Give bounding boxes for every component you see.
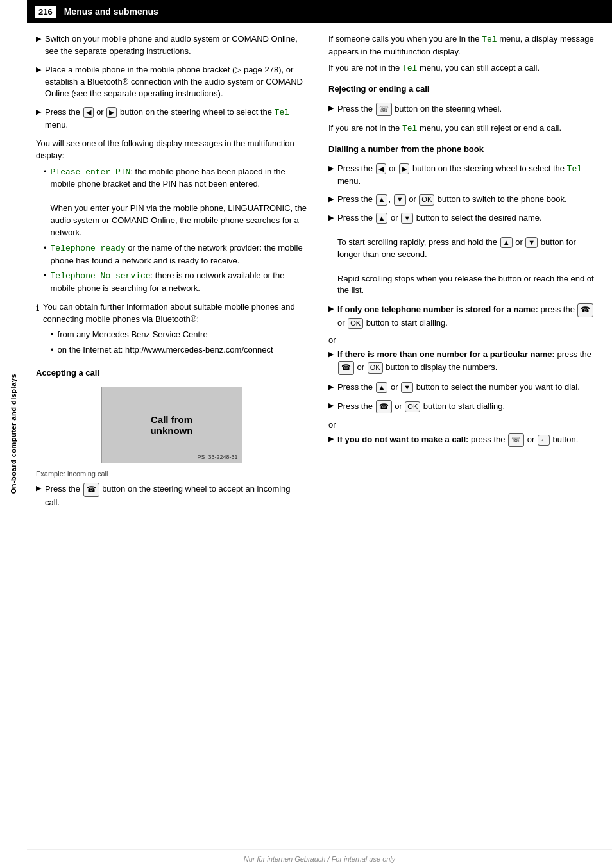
bullet-one-number: ▶ If only one telephone number is stored… [328, 303, 600, 329]
arrow-dial-1: ▶ [328, 163, 334, 188]
btn-ok-4[interactable]: OK [405, 401, 420, 412]
tel-code: Tel [275, 108, 289, 117]
page-container: On-board computer and displays 216 Menus… [0, 0, 612, 868]
call-caption: Example: incoming call [36, 470, 307, 478]
code-tel-right-1: Tel [482, 35, 497, 44]
btn-ok-3[interactable]: OK [368, 362, 383, 373]
sidebar: On-board computer and displays [0, 0, 27, 868]
display-msg-intro: You will see one of the following displa… [36, 138, 307, 162]
one-number-bold: If only one telephone number is stored f… [337, 305, 538, 314]
right-column: If someone calls you when you are in the… [319, 23, 612, 849]
left-arrow-btn[interactable]: ◀ [83, 107, 94, 118]
arrow-icon-3: ▶ [36, 107, 41, 131]
arrow-icon-1: ▶ [36, 34, 41, 58]
arrow-icon-2: ▶ [36, 65, 41, 101]
bullet-multi-text: If there is more than one number for a p… [337, 349, 600, 374]
code-tel-ready: Telephone ready [51, 244, 126, 253]
code-enter-pin: Please enter PIN [51, 167, 131, 177]
bullet-text-3: Press the ◀ or ▶ button on the steering … [45, 106, 307, 131]
arrow-multi: ▶ [328, 349, 334, 374]
header-title: Menus and submenus [64, 6, 158, 17]
footer-watermark: Nur für internen Gebrauch / For internal… [27, 849, 612, 868]
btn-down-3[interactable]: ▼ [401, 382, 413, 393]
no-call-bold: If you do not want to make a call: [337, 435, 468, 444]
right-intro-1: If someone calls you when you are in the… [328, 33, 600, 58]
call-from-text: Call from unknown [151, 414, 193, 436]
bullet-one-number-text: If only one telephone number is stored f… [337, 303, 600, 329]
bullet-text-2: Place a mobile phone in the mobile phone… [45, 64, 307, 101]
code-tel-no-service: Telephone No service [51, 271, 151, 281]
sub-no-service-text: Telephone No service: there is no networ… [51, 270, 307, 295]
bullet-multi-number: ▶ If there is more than one number for a… [328, 349, 600, 374]
arrow-select-number: ▶ [328, 382, 334, 394]
btn-ok-1[interactable]: OK [419, 194, 434, 205]
content-columns: ▶ Switch on your mobile phone and audio … [27, 23, 612, 849]
btn-down-1[interactable]: ▼ [394, 194, 406, 205]
sub-no-service: • Telephone No service: there is no netw… [44, 270, 307, 295]
bullet-phonebook: ▶ Press the ▲, ▼ or OK button to switch … [328, 194, 600, 206]
sub-dot-2: • [44, 242, 47, 267]
bullet-place-phone: ▶ Place a mobile phone in the mobile pho… [36, 64, 307, 101]
bullet-select-name: ▶ Press the ▲ or ▼ button to select the … [328, 212, 600, 297]
info-sub-1: • from any Mercedes Benz Service Centre [51, 329, 307, 341]
sub-ready: • Telephone ready or the name of the net… [44, 242, 307, 267]
btn-ok-2[interactable]: OK [348, 318, 363, 329]
bullet-text-1: Switch on your mobile phone and audio sy… [45, 33, 307, 58]
phone-accept-btn[interactable]: ☎ [83, 483, 99, 496]
sub-pin-text: Please enter PIN: the mobile phone has b… [51, 166, 307, 239]
phone-dial-btn-2[interactable]: ☎ [338, 361, 354, 374]
btn-dial-left[interactable]: ◀ [376, 163, 386, 174]
bullet-no-call: ▶ If you do not want to make a call: pre… [328, 433, 600, 447]
call-screenshot: Call from unknown PS_33-2248-31 [101, 387, 242, 463]
sub-pin: • Please enter PIN: the mobile phone has… [44, 166, 307, 239]
code-tel-reject: Tel [402, 124, 417, 133]
multi-number-bold: If there is more than one number for a p… [337, 349, 555, 359]
phone-end-btn-2[interactable]: ☏ [508, 433, 524, 447]
arrow-one-number: ▶ [328, 304, 334, 329]
arrow-dial-2: ▶ [328, 194, 334, 206]
phone-dial-btn-1[interactable]: ☎ [577, 303, 593, 317]
btn-up-2[interactable]: ▲ [376, 213, 388, 224]
info-box: ℹ You can obtain further information abo… [36, 301, 307, 359]
arrow-dial-3: ▶ [328, 213, 334, 297]
code-tel-dial: Tel [567, 164, 582, 174]
info-box-text: You can obtain further information about… [43, 301, 307, 359]
bullet-dial-tel-text: Press the ◀ or ▶ button on the steering … [337, 163, 600, 188]
bullet-dial-tel: ▶ Press the ◀ or ▶ button on the steerin… [328, 163, 600, 188]
sub-dot-3: • [44, 270, 47, 295]
bullet-accept-call: ▶ Press the ☎ button on the steering whe… [36, 483, 307, 508]
btn-up-hold[interactable]: ▲ [500, 237, 513, 248]
info-sub-2: • on the Internet at: http://www.mercede… [51, 344, 307, 356]
bullet-switch-on: ▶ Switch on your mobile phone and audio … [36, 33, 307, 58]
sub-dot-1: • [44, 166, 47, 239]
phone-end-btn-1[interactable]: ☏ [376, 103, 392, 116]
dialling-header: Dialling a number from the phone book [328, 144, 600, 156]
bullet-no-call-text: If you do not want to make a call: press… [337, 433, 600, 447]
main-content: 216 Menus and submenus ▶ Switch on your … [27, 0, 612, 868]
bullet-start-dial: ▶ Press the ☎ or OK button to start dial… [328, 400, 600, 413]
or-connector-1: or [328, 335, 600, 345]
rejecting-header: Rejecting or ending a call [328, 84, 600, 96]
btn-up-1[interactable]: ▲ [376, 194, 388, 205]
sidebar-label: On-board computer and displays [10, 374, 17, 494]
bullet-reject: ▶ Press the ☏ button on the steering whe… [328, 103, 600, 116]
info-icon: ℹ [36, 301, 39, 359]
btn-back[interactable]: ← [538, 435, 550, 446]
btn-down-hold[interactable]: ▼ [525, 237, 538, 248]
btn-down-2[interactable]: ▼ [401, 213, 413, 224]
bullet-phonebook-text: Press the ▲, ▼ or OK button to switch to… [337, 194, 600, 206]
btn-up-3[interactable]: ▲ [376, 382, 388, 393]
bullet-accept-text: Press the ☎ button on the steering wheel… [45, 483, 307, 508]
bullet-start-dial-text: Press the ☎ or OK button to start dialli… [337, 400, 600, 413]
bullet-select-number-text: Press the ▲ or ▼ button to select the nu… [337, 381, 600, 394]
accepting-call-header: Accepting a call [36, 368, 307, 380]
arrow-icon-accept: ▶ [36, 483, 41, 508]
phone-dial-btn-3[interactable]: ☎ [376, 400, 392, 413]
arrow-reject: ▶ [328, 103, 334, 116]
btn-dial-right[interactable]: ▶ [399, 163, 409, 174]
right-arrow-btn[interactable]: ▶ [106, 107, 117, 118]
code-tel-right-2: Tel [402, 63, 417, 73]
left-column: ▶ Switch on your mobile phone and audio … [27, 23, 319, 849]
reject-trailing: If you are not in the Tel menu, you can … [328, 122, 600, 135]
page-number: 216 [35, 6, 56, 18]
